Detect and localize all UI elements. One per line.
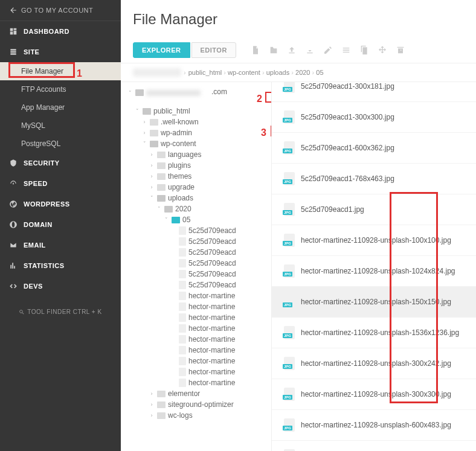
tree-file-5[interactable]: 5c25d709eacd (121, 280, 271, 290)
sidebar-heading-site[interactable]: SITE (0, 42, 121, 62)
main: File Manager EXPLORER EDITOR › public_ht… (121, 0, 476, 451)
tab-explorer[interactable]: EXPLORER (133, 42, 190, 58)
chevron-icon: ˅ (134, 108, 140, 114)
chevron-icon: ˅ (127, 90, 133, 96)
tree-file-1[interactable]: 5c25d709eacd (121, 236, 271, 247)
tree-file-13[interactable]: hector-martine (121, 366, 271, 377)
tab-editor[interactable]: EDITOR (191, 42, 236, 58)
page-title: File Manager (121, 0, 476, 36)
tree-file-12[interactable]: hector-martine (121, 356, 271, 366)
jpg-icon (284, 110, 295, 124)
file-row[interactable]: hector-martinez-110928-unsplash-100x100.… (272, 225, 476, 256)
sidebar-heading-email[interactable]: EMAIL (0, 235, 121, 255)
jpg-icon (284, 141, 295, 155)
sidebar-heading-dashboard[interactable]: DASHBOARD (0, 21, 121, 42)
back-to-account[interactable]: GO TO MY ACCOUNT (0, 0, 121, 21)
breadcrumb-uploads[interactable]: uploads (266, 69, 290, 76)
file-row[interactable]: hector-martinez-110928-unsplash-150x150.… (272, 287, 476, 318)
sidebar-heading-speed[interactable]: SPEED (0, 173, 121, 194)
folder-tree: 2 3 4 5 6 ˅.com˅public_html›.well-known›… (121, 82, 272, 451)
tree-file-8[interactable]: hector-martine (121, 312, 271, 323)
breadcrumb-wp-content[interactable]: wp-content (228, 69, 260, 76)
sidebar-heading-security[interactable]: SECURITY (0, 153, 121, 173)
jpg-icon (284, 203, 295, 216)
sidebar-item-file-manager[interactable]: File Manager (0, 62, 121, 80)
tree-file-6[interactable]: hector-martine (121, 290, 271, 301)
new-file-icon[interactable] (248, 43, 263, 57)
tree-elementor[interactable]: ›elementor (121, 388, 271, 399)
tree-05[interactable]: ˅05 (121, 214, 271, 225)
tree-wp-admin[interactable]: ›wp-admin (121, 127, 271, 138)
tree-uploads[interactable]: ˅uploads (121, 193, 271, 203)
folder-icon (179, 237, 186, 246)
file-row[interactable]: 5c25d709eacd1-300x181.jpg (272, 82, 476, 102)
tree-languages[interactable]: ›languages (121, 149, 271, 160)
file-name: 5c25d709eacd1-768x463.jpg (301, 174, 394, 183)
copy-icon[interactable] (357, 43, 371, 57)
sidebar-heading-wordpress[interactable]: WORDPRESS (0, 194, 121, 214)
folder-icon (179, 357, 186, 365)
file-name: hector-martinez-110928-unsplash-600x483.… (301, 421, 451, 429)
file-row[interactable]: 5c25d709eacd1-768x463.jpg (272, 164, 476, 194)
file-row[interactable]: hector-martinez-110928-unsplash-1024x824… (272, 256, 476, 287)
tree-file-4[interactable]: 5c25d709eacd (121, 269, 271, 280)
edit-icon[interactable] (321, 43, 335, 57)
file-row[interactable]: hector-martinez-110928-unsplash-768x618.… (272, 441, 476, 451)
folder-icon (179, 292, 186, 300)
move-icon[interactable] (375, 43, 390, 57)
upload-icon[interactable] (285, 43, 299, 57)
sidebar-heading-devs[interactable]: DEVS (0, 276, 121, 296)
tree-file-7[interactable]: hector-martine (121, 301, 271, 312)
chevron-icon: ˅ (141, 141, 147, 147)
file-row[interactable]: 5c25d709eacd1-600x362.jpg (272, 133, 476, 164)
tree-well-known[interactable]: ›.well-known (121, 117, 271, 127)
content: 2 3 4 5 6 ˅.com˅public_html›.well-known›… (121, 82, 476, 451)
jpg-icon (284, 357, 295, 370)
tree-root[interactable]: ˅ (121, 88, 271, 97)
sidebar-item-mysql[interactable]: MySQL (0, 117, 121, 135)
tree-file-14[interactable]: hector-martine (121, 377, 271, 388)
tree-file-3[interactable]: 5c25d709eacd (121, 258, 271, 269)
file-row[interactable]: hector-martinez-110928-unsplash-300x242.… (272, 348, 476, 379)
tree-siteground[interactable]: ›siteground-optimizer (121, 399, 271, 410)
tree-file-2[interactable]: 5c25d709eacd (121, 247, 271, 258)
sidebar-item-postgresql[interactable]: PostgreSQL (0, 135, 121, 153)
file-row[interactable]: hector-martinez-110928-unsplash-300x300.… (272, 379, 476, 410)
sidebar-item-ftp-accounts[interactable]: FTP Accounts (0, 80, 121, 98)
breadcrumb-root-blurred[interactable] (133, 68, 181, 77)
folder-icon (150, 119, 158, 126)
rename-icon[interactable] (339, 43, 353, 57)
file-name: hector-martinez-110928-unsplash-1536x123… (301, 328, 459, 337)
file-row[interactable]: 5c25d709eacd1.jpg (272, 194, 476, 225)
tree-2020[interactable]: ˅2020 (121, 203, 271, 214)
new-folder-icon[interactable] (266, 43, 281, 57)
tree-themes[interactable]: ›themes (121, 171, 271, 182)
folder-icon (150, 130, 158, 136)
breadcrumb-05[interactable]: 05 (316, 69, 323, 76)
jpg-icon (284, 264, 295, 278)
file-row[interactable]: 5c25d709eacd1-300x300.jpg (272, 102, 476, 133)
tree-plugins[interactable]: ›plugins (121, 160, 271, 171)
tool-finder[interactable]: TOOL FINDER CTRL + K (0, 309, 121, 315)
tree-file-0[interactable]: 5c25d709eacd (121, 225, 271, 236)
archive-icon[interactable] (393, 43, 408, 57)
file-row[interactable]: hector-martinez-110928-unsplash-1536x123… (272, 318, 476, 348)
folder-icon (179, 313, 186, 322)
sidebar-heading-domain[interactable]: DOMAIN (0, 214, 121, 235)
file-name: hector-martinez-110928-unsplash-100x100.… (301, 236, 451, 245)
breadcrumb-2020[interactable]: 2020 (295, 69, 310, 76)
breadcrumb-public_html[interactable]: public_html (188, 69, 222, 76)
tree-wp-content[interactable]: ˅wp-content (121, 138, 271, 149)
tree-upgrade[interactable]: ›upgrade (121, 182, 271, 193)
sidebar-item-app-manager[interactable]: App Manager (0, 98, 121, 117)
tree-wc-logs[interactable]: ›wc-logs (121, 410, 271, 421)
download-icon[interactable] (303, 43, 317, 57)
sidebar-heading-statistics[interactable]: STATISTICS (0, 255, 121, 276)
file-row[interactable]: hector-martinez-110928-unsplash-600x483.… (272, 410, 476, 441)
folder-icon (157, 152, 166, 158)
tree-file-9[interactable]: hector-martine (121, 323, 271, 334)
tree-public-html[interactable]: ˅public_html (121, 106, 271, 117)
file-name: hector-martinez-110928-unsplash-150x150.… (301, 298, 451, 306)
tree-file-11[interactable]: hector-martine (121, 345, 271, 356)
tree-file-10[interactable]: hector-martine (121, 334, 271, 345)
